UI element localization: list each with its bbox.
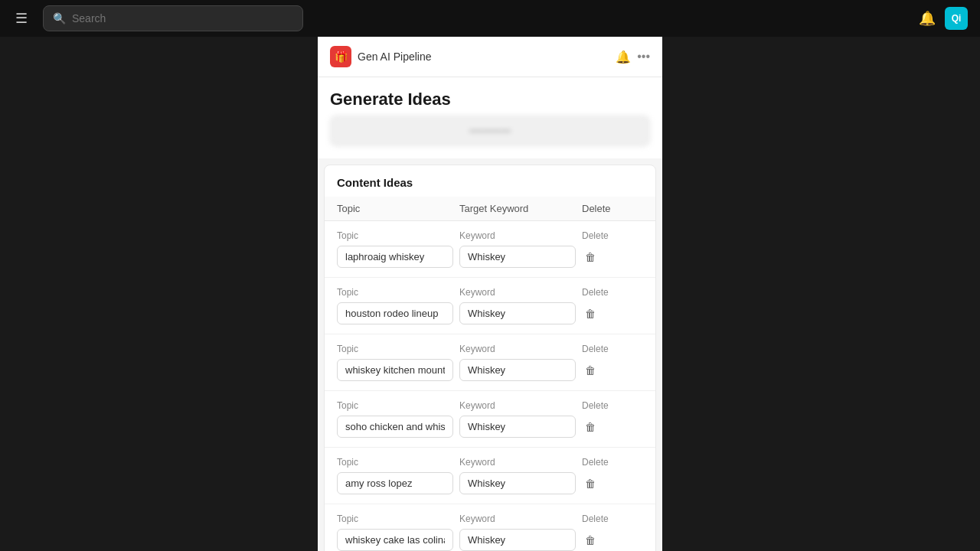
row-inputs-0 [337, 246, 643, 268]
delete-section-4 [582, 474, 643, 494]
table-row: Topic Keyword Delete [325, 504, 655, 551]
content-ideas-title: Content Ideas [325, 165, 655, 197]
row-labels: Topic Keyword Delete [337, 230, 643, 241]
topic-label-5: Topic [337, 514, 459, 524]
delete-section-2 [582, 360, 643, 380]
trash-icon-2 [585, 364, 596, 377]
row-labels: Topic Keyword Delete [337, 287, 643, 298]
topic-input-5[interactable] [337, 529, 453, 551]
keyword-input-1[interactable] [459, 302, 576, 324]
delete-section-5 [582, 530, 643, 550]
delete-label-3: Delete [582, 400, 643, 411]
table-row: Topic Keyword Delete [325, 391, 655, 448]
table-row: Topic Keyword Delete [325, 448, 655, 504]
keyword-label-0: Keyword [459, 230, 582, 241]
table-row: Topic Keyword Delete [325, 221, 655, 278]
row-inputs-2 [337, 359, 643, 381]
topic-label-3: Topic [337, 400, 459, 411]
row-labels: Topic Keyword Delete [337, 344, 643, 354]
bell-icon[interactable]: 🔔 [919, 10, 936, 27]
col-delete: Delete [582, 203, 643, 214]
delete-button-3[interactable] [582, 417, 599, 437]
row-labels: Topic Keyword Delete [337, 514, 643, 524]
delete-section-1 [582, 304, 643, 324]
content-ideas-card: Content Ideas Topic Target Keyword Delet… [324, 165, 656, 551]
delete-button-5[interactable] [582, 530, 599, 550]
trash-icon-5 [585, 533, 596, 547]
blurred-content: •••••••••••• [330, 116, 650, 146]
header-actions: 🔔 ••• [616, 50, 650, 64]
header-more-icon[interactable]: ••• [637, 50, 650, 64]
keyword-input-3[interactable] [459, 416, 576, 438]
search-icon: 🔍 [53, 12, 66, 24]
keyword-input-0[interactable] [459, 246, 576, 268]
table-header: Topic Target Keyword Delete [325, 197, 655, 221]
blurred-area: •••••••••••• [318, 116, 662, 158]
delete-section-0 [582, 247, 643, 267]
top-bar: ☰ 🔍 🔔 Qi [0, 0, 980, 37]
col-keyword: Target Keyword [459, 203, 582, 214]
delete-section-3 [582, 417, 643, 437]
header-bell-icon[interactable]: 🔔 [616, 50, 631, 64]
delete-label-1: Delete [582, 287, 643, 298]
keyword-label-2: Keyword [459, 344, 582, 354]
delete-label-2: Delete [582, 344, 643, 354]
delete-label-5: Delete [582, 514, 643, 524]
keyword-label-4: Keyword [459, 457, 582, 468]
app-header: 🎁 Gen AI Pipeline 🔔 ••• [318, 37, 662, 77]
topic-input-4[interactable] [337, 472, 453, 494]
keyword-label-3: Keyword [459, 400, 582, 411]
delete-button-1[interactable] [582, 304, 599, 324]
menu-icon[interactable]: ☰ [12, 7, 31, 30]
row-inputs-4 [337, 472, 643, 494]
col-topic: Topic [337, 203, 459, 214]
delete-label-4: Delete [582, 457, 643, 468]
topic-label-1: Topic [337, 287, 459, 298]
table-row: Topic Keyword Delete [325, 334, 655, 391]
app-title-row: 🎁 Gen AI Pipeline [330, 46, 432, 67]
row-labels: Topic Keyword Delete [337, 457, 643, 468]
row-inputs-3 [337, 416, 643, 438]
topic-input-3[interactable] [337, 416, 453, 438]
keyword-label-1: Keyword [459, 287, 582, 298]
delete-button-2[interactable] [582, 360, 599, 380]
avatar[interactable]: Qi [945, 7, 968, 30]
app-name: Gen AI Pipeline [358, 51, 432, 63]
topic-input-2[interactable] [337, 359, 453, 381]
trash-icon-0 [585, 250, 596, 264]
trash-icon-1 [585, 307, 596, 321]
topic-input-1[interactable] [337, 302, 453, 324]
table-body: Topic Keyword Delete Topic Keyword Delet… [325, 221, 655, 551]
topic-input-0[interactable] [337, 246, 453, 268]
row-inputs-1 [337, 302, 643, 324]
trash-icon-4 [585, 477, 596, 491]
trash-icon-3 [585, 420, 596, 434]
app-icon: 🎁 [330, 46, 351, 67]
table-row: Topic Keyword Delete [325, 278, 655, 334]
keyword-input-5[interactable] [459, 529, 576, 551]
delete-button-0[interactable] [582, 247, 599, 267]
row-inputs-5 [337, 529, 643, 551]
topic-label-2: Topic [337, 344, 459, 354]
topic-label-0: Topic [337, 230, 459, 241]
search-input[interactable] [72, 12, 293, 24]
keyword-input-2[interactable] [459, 359, 576, 381]
keyword-input-4[interactable] [459, 472, 576, 494]
topic-label-4: Topic [337, 457, 459, 468]
delete-label-0: Delete [582, 230, 643, 241]
page-title: Generate Ideas [318, 77, 662, 116]
keyword-label-5: Keyword [459, 514, 582, 524]
row-labels: Topic Keyword Delete [337, 400, 643, 411]
search-bar[interactable]: 🔍 [43, 5, 303, 31]
main-container: 🎁 Gen AI Pipeline 🔔 ••• Generate Ideas •… [318, 37, 662, 551]
delete-button-4[interactable] [582, 474, 599, 494]
